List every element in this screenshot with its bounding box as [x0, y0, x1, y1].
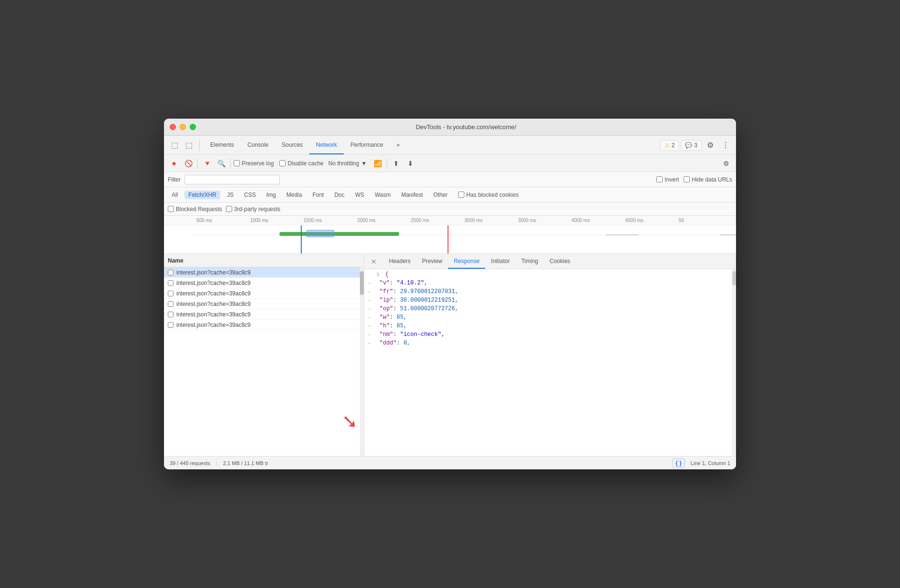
blocked-requests-checkbox[interactable] — [168, 206, 174, 212]
maximize-button[interactable] — [190, 124, 196, 130]
response-tabs: ✕ Headers Preview Response Initiator Tim… — [364, 254, 736, 269]
ruler-mark-4: 2500 ms — [411, 218, 464, 223]
has-blocked-cookies-checkbox[interactable] — [458, 192, 464, 198]
filter-icon[interactable]: 🔻 — [201, 157, 213, 170]
position-status: Line 1, Column 1 — [691, 460, 730, 466]
format-button[interactable]: { } — [672, 458, 685, 468]
minimize-button[interactable] — [180, 124, 186, 130]
line-dash-fr: – — [368, 289, 374, 294]
code-colon-ddd: : — [397, 340, 403, 346]
tab-performance[interactable]: Performance — [344, 136, 390, 154]
preserve-log-checkbox-row: Preserve log — [234, 160, 274, 167]
tab-console[interactable]: Console — [241, 136, 275, 154]
wifi-icon[interactable]: 📶 — [371, 157, 384, 170]
code-open-brace: { — [385, 271, 389, 278]
download-icon[interactable]: ⬇ — [404, 157, 417, 170]
disable-cache-checkbox[interactable] — [279, 160, 286, 166]
response-tab-headers[interactable]: Headers — [383, 254, 416, 269]
response-tab-timing[interactable]: Timing — [515, 254, 544, 269]
device-icon[interactable]: ⬚ — [182, 139, 195, 152]
type-btn-all[interactable]: All — [168, 191, 182, 199]
search-icon[interactable]: 🔍 — [215, 157, 227, 170]
warning-badge[interactable]: ⚠ 2 — [660, 140, 679, 151]
type-btn-img[interactable]: Img — [263, 191, 280, 199]
response-content[interactable]: 1 { – "v" : "4.10.2", – "fr" : — [364, 269, 736, 456]
type-btn-font[interactable]: Font — [308, 191, 327, 199]
request-checkbox-4[interactable] — [168, 312, 174, 317]
ruler-mark-1: 1000 ms — [250, 218, 303, 223]
response-tab-preview[interactable]: Preview — [416, 254, 448, 269]
nav-icons: ⬚ ⬚ — [168, 139, 195, 152]
timeline-area: 500 ms 1000 ms 1500 ms 2000 ms 2500 ms 3… — [164, 216, 736, 254]
tab-network[interactable]: Network — [309, 136, 344, 154]
code-colon-fr: : — [393, 288, 400, 295]
type-btn-manifest[interactable]: Manifest — [398, 191, 427, 199]
preserve-log-label: Preserve log — [242, 160, 274, 167]
tab-elements[interactable]: Elements — [204, 136, 241, 154]
more-icon[interactable]: ⋮ — [719, 139, 732, 152]
cursor-icon[interactable]: ⬚ — [168, 139, 181, 152]
throttle-select[interactable]: No throttling ▼ — [326, 159, 370, 168]
close-button[interactable] — [170, 124, 176, 130]
top-nav: ⬚ ⬚ Elements Console Sources Network Per… — [164, 136, 736, 155]
ruler-mark-0: 500 ms — [196, 218, 250, 223]
request-checkbox-1[interactable] — [168, 280, 174, 286]
scrollbar-thumb[interactable] — [360, 271, 364, 295]
upload-icon[interactable]: ⬆ — [390, 157, 402, 170]
tab-more[interactable]: » — [390, 136, 407, 154]
clear-button[interactable]: 🚫 — [182, 157, 194, 170]
nav-separator — [199, 140, 200, 151]
invert-label: Invert — [665, 176, 679, 183]
request-checkbox-3[interactable] — [168, 301, 174, 307]
settings-gear-icon[interactable]: ⚙ — [720, 157, 732, 170]
window-title: DevTools - tv.youtube.com/welcome/ — [202, 123, 730, 131]
has-blocked-cookies-option: Has blocked cookies — [458, 192, 519, 198]
request-item-3[interactable]: interest.json?cache=39ac8c9 — [164, 299, 364, 309]
request-checkbox-2[interactable] — [168, 291, 174, 296]
response-panel: ✕ Headers Preview Response Initiator Tim… — [364, 254, 736, 456]
third-party-checkbox[interactable] — [226, 206, 232, 212]
preserve-log-checkbox[interactable] — [234, 160, 240, 166]
close-panel-button[interactable]: ✕ — [368, 256, 379, 267]
request-item-5[interactable]: interest.json?cache=39ac8c9 — [164, 320, 364, 330]
type-btn-wasm[interactable]: Wasm — [371, 191, 395, 199]
response-tab-response[interactable]: Response — [448, 254, 485, 269]
timeline-content[interactable] — [164, 225, 736, 254]
request-list-header: Name — [164, 254, 364, 267]
code-line-ip: – "ip" : 30.0000012219251, — [364, 297, 736, 305]
type-btn-js[interactable]: JS — [223, 191, 237, 199]
code-colon-v: : — [390, 280, 397, 286]
request-item-2[interactable]: interest.json?cache=39ac8c9 — [164, 288, 364, 299]
type-btn-fetch-xhr[interactable]: Fetch/XHR — [184, 191, 220, 199]
request-checkbox-5[interactable] — [168, 322, 174, 328]
type-btn-css[interactable]: CSS — [240, 191, 260, 199]
request-checkbox-0[interactable] — [168, 270, 174, 275]
request-list[interactable]: interest.json?cache=39ac8c9 interest.jso… — [164, 267, 364, 456]
response-scrollbar-thumb[interactable] — [732, 271, 736, 285]
devtools-window: DevTools - tv.youtube.com/welcome/ ⬚ ⬚ E… — [164, 119, 736, 469]
type-btn-media[interactable]: Media — [283, 191, 306, 199]
settings-icon[interactable]: ⚙ — [704, 139, 717, 152]
warning-count: 2 — [672, 142, 675, 149]
response-tab-cookies[interactable]: Cookies — [544, 254, 576, 269]
request-item-0[interactable]: interest.json?cache=39ac8c9 — [164, 267, 364, 278]
response-tab-initiator[interactable]: Initiator — [485, 254, 515, 269]
tab-sources[interactable]: Sources — [275, 136, 309, 154]
code-key-v: "v" — [379, 280, 390, 286]
code-val-v: "4.10.2", — [397, 280, 428, 286]
transfer-status: 2.1 MB / 11.1 MB tr — [223, 460, 268, 466]
comment-badge[interactable]: 💬 3 — [681, 140, 702, 151]
record-button[interactable]: ● — [168, 157, 180, 170]
invert-option: Invert — [656, 176, 679, 183]
code-key-fr: "fr" — [379, 288, 393, 295]
hide-data-urls-checkbox[interactable] — [684, 176, 690, 182]
type-filter-row: All Fetch/XHR JS CSS Img Media Font Doc … — [164, 187, 736, 203]
filter-input[interactable] — [184, 175, 280, 184]
type-btn-doc[interactable]: Doc — [330, 191, 348, 199]
type-btn-other[interactable]: Other — [430, 191, 451, 199]
invert-checkbox[interactable] — [656, 176, 663, 182]
request-item-1[interactable]: interest.json?cache=39ac8c9 — [164, 278, 364, 288]
type-btn-ws[interactable]: WS — [351, 191, 368, 199]
devtools-container: ⬚ ⬚ Elements Console Sources Network Per… — [164, 136, 736, 469]
request-item-4[interactable]: interest.json?cache=39ac8c9 — [164, 309, 364, 320]
